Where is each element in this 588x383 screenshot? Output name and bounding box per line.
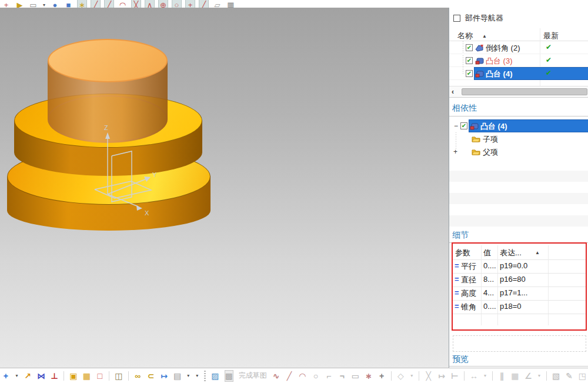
arc-icon[interactable]: ◠ — [299, 370, 306, 382]
pattern-curve-icon[interactable]: ▦ — [511, 370, 519, 382]
ellipse-icon[interactable]: ◇ — [397, 370, 405, 382]
expand-expander[interactable]: + — [453, 148, 457, 156]
tree-row-boss-3[interactable]: ✔ 凸台 (3) ✔ — [449, 54, 588, 67]
make-corner-icon[interactable]: ⊢ — [451, 370, 459, 382]
add-component-icon[interactable]: + — [2, 370, 9, 382]
feature-label[interactable]: 倒斜角 (2) — [486, 43, 520, 54]
folder-icon — [472, 148, 480, 155]
clamp-icon[interactable]: ⊂ — [147, 370, 155, 382]
column-header-name[interactable]: 名称 — [457, 31, 473, 41]
parallel-constraint-icon[interactable]: ∥ — [498, 370, 506, 382]
scroll-left-arrow-icon[interactable]: ‹ — [452, 88, 454, 96]
toolbar-separator — [64, 371, 64, 381]
mirror-assembly-icon[interactable]: ⋈ — [37, 370, 45, 382]
reuse-library-icon[interactable]: ▧ — [552, 370, 560, 382]
trim-icon[interactable]: ╳ — [425, 370, 432, 382]
dropdown-icon[interactable]: ▾ — [410, 370, 413, 382]
toolbar-separator — [492, 371, 493, 381]
snap-existing-point-icon[interactable]: + — [185, 0, 195, 8]
snap-intersection-icon[interactable]: ╳ — [131, 0, 141, 8]
collapse-expander[interactable]: − — [454, 122, 458, 130]
chamfer-feature-icon — [475, 44, 484, 52]
bottom-toolbar: +▾↗⋈⊥▣▦□◫∞⊂↦▤▾▾▨▩完成草图∿╱◠○⌐¬▭∗+◇▾╳↦⊢↔▾∥▦∠… — [0, 368, 588, 383]
sketch-task-icon[interactable]: ▨ — [211, 370, 219, 382]
uptodate-check-icon: ✔ — [546, 43, 552, 51]
dropdown-icon[interactable]: ▾ — [483, 370, 487, 382]
graphics-viewport[interactable]: Z Y X — [0, 8, 449, 368]
rectangle-icon[interactable]: ▭ — [352, 370, 359, 382]
wave-link-icon[interactable]: ↦ — [160, 370, 168, 382]
sort-ascending-icon[interactable]: ▲ — [482, 34, 487, 39]
sphere-icon[interactable]: ● — [50, 0, 60, 8]
datum-csys: Z Y X — [0, 8, 449, 368]
toolbar-separator — [391, 371, 392, 381]
mirror-curve-icon[interactable]: ∠ — [524, 370, 532, 382]
z-axis-label: Z — [104, 124, 108, 131]
dropdown-icon[interactable]: ▾ — [42, 0, 46, 8]
chamfer-icon[interactable]: ¬ — [338, 370, 346, 382]
y-axis — [108, 179, 146, 194]
snap-arc-icon[interactable]: ◠ — [118, 0, 128, 8]
sheet-icon[interactable]: ▱ — [212, 0, 222, 8]
visibility-checkbox[interactable]: ✔ — [466, 70, 473, 77]
sketch-edit-icon[interactable]: ✎ — [565, 370, 573, 382]
move-component-icon[interactable]: ↗ — [24, 370, 31, 382]
profile-icon[interactable]: ∿ — [272, 370, 280, 382]
feature-label[interactable]: 凸台 (3) — [486, 56, 513, 66]
dropdown-icon[interactable]: ▾ — [195, 370, 199, 382]
dropdown-icon[interactable]: ▾ — [186, 370, 190, 382]
dep-row-children[interactable]: 子项 — [449, 132, 588, 145]
sequence-icon[interactable]: □ — [96, 370, 103, 382]
panel-pin-icon[interactable] — [453, 15, 460, 22]
dep-children-label[interactable]: 子项 — [483, 134, 498, 145]
line-icon[interactable]: ╱ — [285, 370, 293, 382]
group-icon[interactable]: ◳ — [579, 370, 586, 382]
section-divider — [449, 116, 588, 116]
toolbar-drag-handle-icon[interactable] — [204, 371, 206, 381]
tree-row-boss-4-selected[interactable]: ✔ 凸台 (4) ✔ — [449, 67, 588, 80]
point-dialog-icon[interactable]: + — [1, 0, 11, 8]
chain-rings-icon[interactable]: ∞ — [133, 370, 141, 382]
dep-root-label[interactable]: 凸台 (4) — [480, 121, 507, 132]
snap-point-icon[interactable]: ∗ — [77, 0, 87, 8]
visibility-checkbox[interactable]: ✔ — [460, 122, 467, 129]
assembly-constraints-icon[interactable]: ⊥ — [51, 370, 58, 382]
uptodate-check-icon: ✔ — [546, 56, 552, 64]
scrollbar-thumb[interactable] — [462, 88, 587, 95]
finish-flag-icon[interactable]: ▩ — [225, 370, 233, 382]
point-icon[interactable]: + — [377, 370, 385, 382]
dep-row-boss-4[interactable]: − ✔ 凸台 (4) — [449, 119, 588, 132]
component-array-icon[interactable]: ▦ — [83, 370, 91, 382]
pattern-component-icon[interactable]: ▣ — [69, 370, 77, 382]
studio-spline-icon[interactable]: ∗ — [365, 370, 372, 382]
dep-parents-label[interactable]: 父项 — [483, 147, 498, 158]
snap-midpoint-icon[interactable]: ╱ — [104, 0, 114, 8]
grid-icon[interactable]: ▦ — [226, 0, 236, 8]
snap-quadrant-icon[interactable]: ○ — [172, 0, 182, 8]
x-axis-arrow-icon — [136, 205, 142, 211]
visibility-checkbox[interactable]: ✔ — [466, 57, 473, 64]
dropdown-icon[interactable]: ▾ — [15, 370, 18, 382]
select-hand-icon[interactable]: ▶ — [15, 0, 25, 8]
boss-feature-icon — [475, 70, 484, 78]
exploded-view-icon[interactable]: ◫ — [115, 370, 122, 382]
snap-center-icon[interactable]: ⊕ — [158, 0, 168, 8]
feature-label[interactable]: 凸台 (4) — [486, 69, 513, 79]
snap-pole-icon[interactable]: ∧ — [145, 0, 155, 8]
dropdown-icon[interactable]: ▾ — [537, 370, 541, 382]
cubes-icon[interactable]: ▤ — [173, 370, 181, 382]
tree-row-chamfer[interactable]: ✔ 倒斜角 (2) ✔ — [449, 41, 588, 54]
rapid-dimension-icon[interactable]: ↔ — [470, 370, 478, 382]
snap-slash-icon[interactable]: ╱ — [199, 0, 209, 8]
column-header-latest[interactable]: 最新 — [543, 31, 559, 41]
horizontal-scrollbar[interactable]: ‹ — [449, 86, 588, 98]
snap-endpoint-icon[interactable]: ╱ — [91, 0, 101, 8]
cube-icon[interactable]: ■ — [64, 0, 74, 8]
fillet-icon[interactable]: ⌐ — [325, 370, 333, 382]
circle-icon[interactable]: ○ — [312, 370, 319, 382]
rectangle-tool-icon[interactable]: ▭ — [28, 0, 38, 8]
visibility-checkbox[interactable]: ✔ — [466, 44, 473, 51]
extend-icon[interactable]: ↦ — [437, 370, 445, 382]
panel-title: 部件导航器 — [465, 13, 503, 24]
dep-row-parents[interactable]: + 父项 — [449, 145, 588, 158]
